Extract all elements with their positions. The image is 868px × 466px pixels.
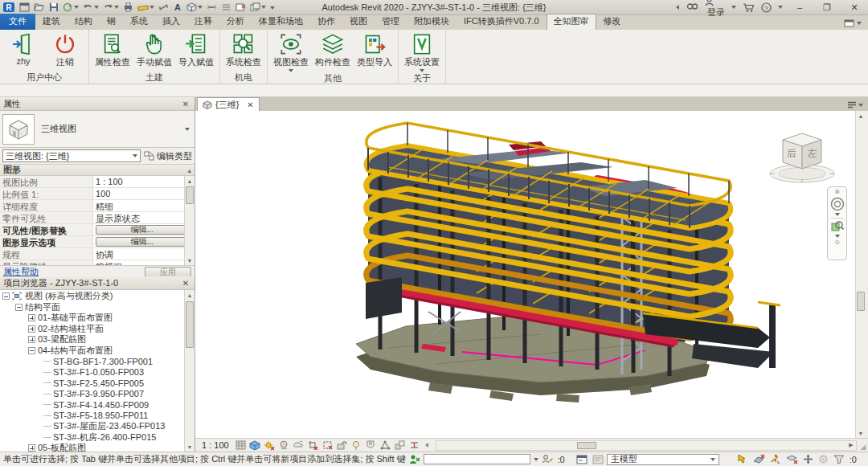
tab-modify[interactable]: 修改 bbox=[596, 14, 628, 30]
view-tab-list-icon[interactable] bbox=[847, 101, 863, 111]
background-processes-icon[interactable] bbox=[818, 454, 829, 464]
vcb-collapse-icon[interactable] bbox=[424, 442, 429, 448]
default-3d-view-icon[interactable] bbox=[186, 2, 203, 12]
open-icon[interactable] bbox=[34, 2, 45, 12]
close-button[interactable]: ✕ bbox=[844, 1, 865, 14]
workset-gray-icon[interactable] bbox=[592, 455, 604, 464]
reveal-constraints-icon[interactable] bbox=[408, 439, 420, 451]
aligned-dimension-icon[interactable] bbox=[158, 2, 169, 12]
tab-file[interactable]: 文件 bbox=[0, 14, 35, 30]
browser-scrollbar[interactable]: ▲▼ bbox=[184, 290, 194, 452]
collapse-icon[interactable] bbox=[15, 304, 23, 311]
shadows-icon[interactable] bbox=[278, 439, 290, 451]
zoom-icon[interactable] bbox=[831, 220, 844, 233]
help-icon[interactable]: ? bbox=[761, 2, 772, 13]
crop-region-icon[interactable] bbox=[321, 439, 334, 451]
reveal-hidden-icon[interactable] bbox=[350, 439, 362, 451]
tab-ifc-plugin[interactable]: IFC转换插件V0.7.0 bbox=[457, 14, 547, 30]
detail-level-icon[interactable] bbox=[235, 439, 247, 451]
undo-icon[interactable] bbox=[83, 2, 99, 12]
sign-in-label[interactable]: 登录 bbox=[707, 7, 725, 17]
sign-in-caret-icon[interactable] bbox=[731, 6, 736, 9]
scale-control[interactable]: 1 : 100 bbox=[202, 440, 229, 450]
editing-requests-icon[interactable] bbox=[542, 454, 553, 464]
temporary-view-properties-icon[interactable] bbox=[365, 439, 377, 451]
panel-label-mep[interactable]: 机电 bbox=[220, 72, 267, 84]
resize-grip[interactable]: ◢ bbox=[858, 439, 868, 451]
manual-assign-button[interactable]: 手动赋值 bbox=[134, 31, 174, 68]
view-tab-close-icon[interactable]: ✕ bbox=[247, 100, 253, 109]
wheel-caret-icon[interactable] bbox=[835, 213, 840, 216]
redo-icon[interactable] bbox=[103, 2, 119, 12]
tab-structure[interactable]: 结构 bbox=[68, 14, 100, 30]
canvas-horizontal-scrollbar[interactable]: ▶ bbox=[436, 440, 857, 451]
switch-windows-icon[interactable] bbox=[250, 2, 266, 12]
tab-architecture[interactable]: 建筑 bbox=[35, 14, 68, 30]
ribbon-display-toggle[interactable] bbox=[844, 19, 862, 30]
panel-label-user-center[interactable]: 用户中心 bbox=[0, 72, 88, 84]
tree-leaf-view[interactable]: ST-3#-F2-5.450-FP005 bbox=[0, 378, 194, 389]
property-row[interactable]: 详细程度精细 bbox=[0, 200, 194, 212]
system-check-button[interactable]: 系统检查 bbox=[223, 31, 264, 68]
print-icon[interactable] bbox=[123, 2, 133, 12]
visibility-edit-button[interactable]: 编辑... bbox=[96, 225, 188, 235]
collapse-icon[interactable] bbox=[2, 292, 10, 300]
property-row[interactable]: 图形显示选项编辑... bbox=[0, 236, 194, 248]
measure-icon[interactable] bbox=[137, 2, 154, 12]
revit-logo-icon[interactable]: R bbox=[3, 2, 15, 13]
tab-massing-site[interactable]: 体量和场地 bbox=[252, 14, 310, 30]
infocenter-collapse-icon[interactable] bbox=[675, 4, 680, 10]
import-assign-button[interactable]: 导入赋值 bbox=[176, 31, 216, 68]
displacement-sets-icon[interactable] bbox=[394, 439, 406, 451]
property-row[interactable]: 显示隐藏线按规程 bbox=[0, 260, 194, 265]
zhy-button[interactable]: zhy bbox=[3, 31, 43, 66]
tab-annotate[interactable]: 注释 bbox=[187, 14, 219, 30]
minimize-button[interactable]: – bbox=[789, 1, 810, 14]
qat-customize-icon[interactable] bbox=[270, 2, 275, 12]
type-import-button[interactable]: 类型导入 bbox=[354, 31, 395, 68]
tab-analyze[interactable]: 分析 bbox=[219, 14, 252, 30]
select-by-face-icon[interactable] bbox=[786, 454, 798, 464]
select-pinned-icon[interactable] bbox=[770, 454, 781, 464]
expand-icon[interactable] bbox=[28, 444, 35, 452]
canvas-vertical-scrollbar[interactable]: ▲▼ bbox=[855, 111, 866, 438]
expand-icon[interactable] bbox=[28, 336, 35, 343]
tree-leaf-view[interactable]: ST-3#-机房-26.400-FP015 bbox=[0, 432, 194, 444]
tab-systems[interactable]: 系统 bbox=[123, 14, 155, 30]
steering-wheel-icon[interactable] bbox=[830, 197, 845, 211]
app-store-icon[interactable] bbox=[743, 2, 755, 12]
navigation-bar[interactable]: ⊗ ⊙ bbox=[827, 186, 847, 260]
sign-in-icon[interactable]: 登录 bbox=[705, 0, 725, 18]
tab-view[interactable]: 视图 bbox=[342, 14, 375, 30]
tree-leaf-view[interactable]: ST-3#-F3-9.950-FP007 bbox=[0, 389, 194, 400]
property-row[interactable]: 规程协调 bbox=[0, 248, 194, 260]
edit-type-button[interactable]: 编辑类型 bbox=[144, 150, 192, 162]
thin-lines-icon[interactable] bbox=[221, 2, 231, 12]
collapse-icon[interactable] bbox=[28, 347, 35, 354]
selection-filter-icon[interactable] bbox=[833, 454, 845, 464]
logout-button[interactable]: 注销 bbox=[45, 31, 85, 68]
graphics-section-header[interactable]: 图形▴ bbox=[0, 164, 194, 176]
navbar-more-icon[interactable]: ⊙ bbox=[834, 239, 840, 246]
type-selector-caret-icon[interactable] bbox=[185, 128, 190, 131]
section-icon[interactable] bbox=[207, 2, 217, 12]
system-settings-button[interactable]: 系统设置 bbox=[402, 31, 442, 72]
tree-node[interactable]: 03-梁配筋图 bbox=[0, 334, 194, 345]
tree-node[interactable]: 04-结构平面布置图 bbox=[0, 345, 194, 357]
view-tab-3d[interactable]: {三维} ✕ bbox=[197, 97, 260, 111]
type-selector[interactable]: 三维视图 bbox=[0, 111, 194, 148]
tree-node[interactable]: 02-结构墙柱平面 bbox=[0, 324, 194, 335]
3d-model-view[interactable] bbox=[195, 111, 855, 438]
restore-button[interactable]: ❐ bbox=[817, 1, 837, 14]
save-icon[interactable] bbox=[49, 2, 59, 12]
tab-collaborate[interactable]: 协作 bbox=[310, 14, 342, 30]
select-underlay-icon[interactable] bbox=[753, 454, 765, 464]
drawing-area[interactable]: 后 左 ⊗ ⊙ bbox=[195, 111, 855, 438]
analytical-model-icon[interactable] bbox=[379, 439, 391, 451]
tab-steel[interactable]: 钢 bbox=[100, 14, 123, 30]
tab-addins[interactable]: 附加模块 bbox=[407, 14, 457, 30]
property-row[interactable]: 可见性/图形替换编辑... bbox=[0, 224, 194, 236]
graphic-display-edit-button[interactable]: 编辑... bbox=[96, 237, 188, 247]
tree-node[interactable]: 01-基础平面布置图 bbox=[0, 313, 194, 324]
project-browser-close-icon[interactable]: ✕ bbox=[180, 279, 191, 288]
